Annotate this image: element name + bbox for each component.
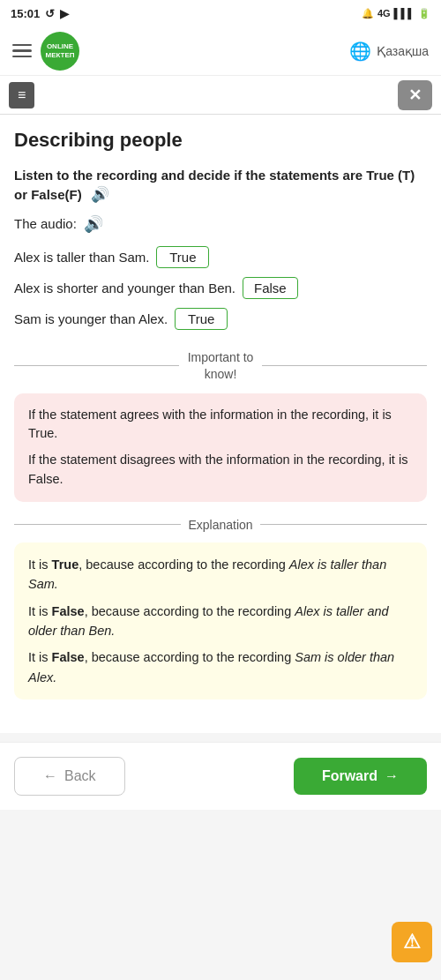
explanation-line-3: It is False, because according to the re… [28,647,413,687]
refresh-icon: ↺ [45,7,55,20]
important-divider: Important to know! [14,349,427,383]
info-pink-line-1: If the statement agrees with the informa… [28,406,413,445]
forward-label: Forward [322,768,377,784]
language-label[interactable]: Қазақша [377,44,429,58]
audio-play-icon[interactable]: 🔊 [84,214,103,234]
statement-row-3: Sam is younger than Alex. True [14,308,427,330]
status-icons: 🔔 4G ▌▌▌ 🔋 [362,8,430,19]
close-button[interactable]: ✕ [398,80,432,110]
audio-row: The audio: 🔊 [14,214,427,234]
info-pink-line-2: If the statement disagrees with the info… [28,451,413,490]
answer-box-1[interactable]: True [156,246,209,268]
explanation-left-line [14,524,181,525]
top-nav-left: ONLINE МЕКТЕП [12,32,79,71]
top-nav-right: 🌐 Қазақша [349,41,429,62]
status-bar: 15:01 ↺ ▶ 🔔 4G ▌▌▌ 🔋 [0,0,441,26]
explanation-divider: Explanation [14,518,427,532]
hamburger-menu[interactable] [12,44,32,58]
signal-bars-icon: ▌▌▌ [394,8,415,19]
left-divider-line [14,365,179,366]
right-divider-line [262,365,427,366]
statement-text-1: Alex is taller than Sam. [14,250,149,265]
warning-fab[interactable]: ⚠ [392,922,432,962]
back-label: Back [64,768,96,784]
app-logo: ONLINE МЕКТЕП [41,32,79,71]
explanation-line-1: It is True, because according to the rec… [28,555,413,595]
back-arrow-icon: ← [43,768,57,784]
info-box-pink: If the statement agrees with the informa… [14,393,427,502]
secondary-nav: ≡ ✕ [0,76,441,115]
signal-label: 4G [377,8,391,19]
answer-box-2[interactable]: False [243,277,298,299]
globe-icon: 🌐 [349,41,371,62]
audio-label: The audio: [14,216,77,231]
menu-icon: ≡ [18,87,26,103]
instruction-text: Listen to the recording and decide if th… [14,166,427,206]
statement-text-2: Alex is shorter and younger than Ben. [14,281,235,295]
top-nav: ONLINE МЕКТЕП 🌐 Қазақша [0,26,441,76]
forward-arrow-icon: → [385,768,399,784]
menu-button[interactable]: ≡ [9,82,34,108]
important-label: Important to know! [179,349,263,383]
alarm-icon: 🔔 [362,8,374,19]
page-title: Describing people [14,129,427,152]
nav-buttons: ← Back Forward → [0,742,441,810]
explanation-right-line [260,524,427,525]
audio-icon-inline[interactable]: 🔊 [91,186,109,203]
explanation-line-2: It is False, because according to the re… [28,602,413,641]
statement-row-1: Alex is taller than Sam. True [14,246,427,268]
warning-icon: ⚠ [403,931,421,954]
statement-row-2: Alex is shorter and younger than Ben. Fa… [14,277,427,299]
explanation-label: Explanation [188,518,252,532]
battery-icon: 🔋 [418,8,430,19]
forward-button[interactable]: Forward → [294,758,427,795]
main-content: Describing people Listen to the recordin… [0,115,441,733]
answer-box-3[interactable]: True [175,308,228,330]
status-time: 15:01 [11,7,40,20]
video-icon: ▶ [60,7,69,20]
statement-text-3: Sam is younger than Alex. [14,311,168,326]
info-box-yellow: It is True, because according to the rec… [14,542,427,700]
close-icon: ✕ [408,86,422,104]
back-button[interactable]: ← Back [14,757,125,796]
